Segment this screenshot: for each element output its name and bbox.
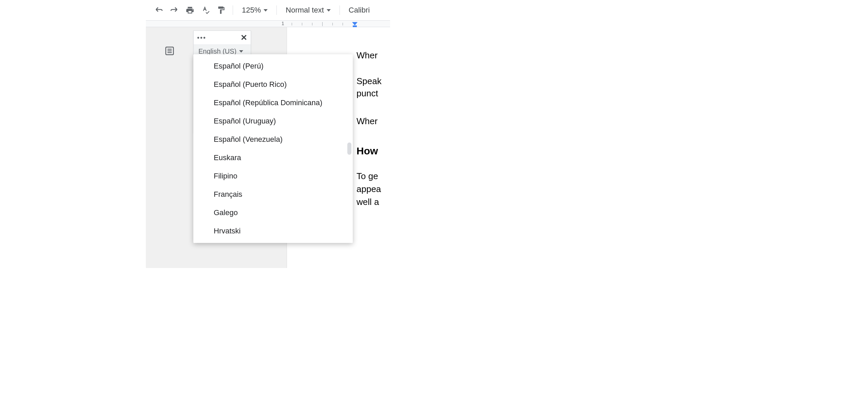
language-option[interactable]: Euskara [193, 149, 353, 167]
ruler-tick [312, 23, 312, 25]
font-value: Calibri [349, 6, 370, 15]
undo-icon[interactable] [153, 4, 165, 16]
ruler-mark: 1 [282, 21, 284, 26]
chevron-down-icon [239, 50, 243, 53]
document-text: punct [356, 88, 378, 99]
chevron-down-icon [327, 9, 331, 12]
chevron-down-icon [264, 9, 268, 12]
language-option[interactable]: Galego [193, 204, 353, 222]
zoom-value: 125% [242, 6, 261, 15]
zoom-dropdown[interactable]: 125% [238, 6, 271, 15]
ruler-tick [322, 22, 323, 26]
ruler-tick [292, 23, 292, 25]
ruler-tick [332, 23, 333, 25]
ruler[interactable]: 1 [146, 20, 390, 27]
print-icon[interactable] [184, 4, 196, 16]
language-option[interactable]: Español (República Dominicana) [193, 94, 353, 112]
language-option[interactable]: Español (Uruguay) [193, 112, 353, 130]
language-option[interactable]: Hrvatski [193, 222, 353, 240]
ruler-tick [302, 23, 302, 25]
document-heading: How [356, 145, 378, 157]
document-text: Wher [356, 50, 378, 61]
indent-marker-icon[interactable] [352, 22, 358, 25]
redo-icon[interactable] [168, 4, 180, 16]
language-option[interactable]: Español (Puerto Rico) [193, 75, 353, 94]
document-text: To ge [356, 171, 378, 182]
font-dropdown[interactable]: Calibri [345, 6, 373, 15]
language-option[interactable]: Español (Perú) [193, 57, 353, 75]
document-text: appea [356, 184, 381, 194]
document-text: well a [356, 197, 379, 207]
toolbar-separator [340, 5, 340, 15]
more-options-icon[interactable]: ••• [197, 34, 206, 42]
voice-panel-header: ••• ✕ [194, 31, 251, 45]
toolbar-separator [233, 5, 233, 15]
close-icon[interactable]: ✕ [240, 33, 247, 42]
language-dropdown-menu: Español (Perú) Español (Puerto Rico) Esp… [193, 54, 353, 243]
document-text: Wher [356, 116, 378, 127]
document-outline-icon[interactable] [163, 44, 176, 58]
paragraph-style-dropdown[interactable]: Normal text [282, 6, 334, 15]
paint-format-icon[interactable] [215, 4, 227, 16]
language-option[interactable]: Filipino [193, 167, 353, 185]
language-option[interactable]: Español (Venezuela) [193, 130, 353, 149]
toolbar: 125% Normal text Calibri [146, 0, 390, 20]
scrollbar-thumb[interactable] [347, 142, 351, 155]
toolbar-separator [276, 5, 277, 15]
document-text: Speak [356, 76, 382, 87]
editor-area: Wher Speak punct Wher How To ge appea we… [146, 27, 390, 268]
spellcheck-icon[interactable] [199, 4, 212, 16]
style-value: Normal text [286, 6, 324, 15]
ruler-tick [343, 23, 343, 25]
language-option[interactable]: Français [193, 185, 353, 204]
